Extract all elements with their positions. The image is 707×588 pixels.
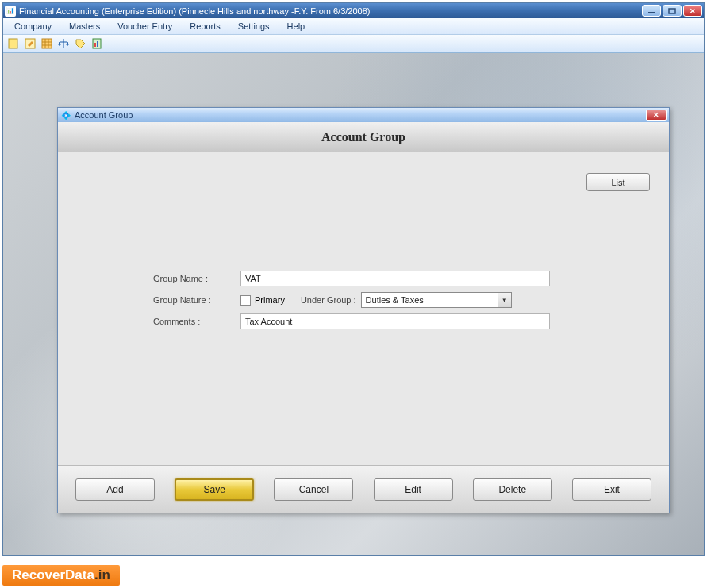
label-group-name: Group Name :: [153, 274, 240, 283]
mdi-background: 💠 Account Group ✕ Account Group List Gro…: [3, 53, 704, 555]
toolbar: [3, 34, 704, 53]
dialog-header-text: Account Group: [321, 130, 405, 144]
minimize-button[interactable]: [642, 5, 661, 17]
window-title: Financial Accounting (Enterprise Edition…: [19, 6, 642, 16]
primary-checkbox[interactable]: [240, 295, 251, 306]
close-button[interactable]: ✕: [683, 5, 702, 17]
watermark-brand: RecoverData: [12, 567, 94, 583]
dialog-header: Account Group: [58, 122, 669, 152]
dialog-footer: Add Save Cancel Edit Delete Exit: [58, 465, 669, 513]
label-group-nature: Group Nature :: [153, 295, 240, 305]
under-group-value: Duties & Taxes: [366, 295, 424, 305]
label-under-group: Under Group :: [301, 295, 356, 305]
watermark-badge: RecoverData.in: [2, 565, 120, 586]
svg-rect-1: [669, 9, 675, 13]
svg-rect-10: [94, 43, 96, 47]
svg-rect-4: [42, 39, 52, 48]
dialog-title-bar: 💠 Account Group ✕: [58, 108, 669, 122]
menu-bar: Company Masters Voucher Entry Reports Se…: [3, 18, 704, 34]
main-window: 📊 Financial Accounting (Enterprise Editi…: [2, 2, 705, 556]
add-button[interactable]: Add: [75, 478, 155, 501]
delete-button[interactable]: Delete: [473, 478, 552, 501]
edit-icon[interactable]: [23, 37, 37, 51]
balance-icon[interactable]: [56, 37, 71, 51]
exit-button[interactable]: Exit: [572, 478, 651, 501]
menu-help[interactable]: Help: [279, 20, 313, 33]
dialog-body: List Group Name : Group Nature : Primary…: [58, 152, 669, 465]
svg-rect-2: [9, 39, 17, 48]
main-title-bar: 📊 Financial Accounting (Enterprise Editi…: [3, 3, 704, 18]
menu-settings[interactable]: Settings: [230, 20, 278, 33]
chevron-down-icon: ▼: [498, 293, 511, 307]
comments-input[interactable]: [240, 313, 550, 329]
dialog-close-button[interactable]: ✕: [646, 110, 667, 121]
under-group-combo[interactable]: Duties & Taxes ▼: [361, 292, 512, 308]
tag-icon[interactable]: [73, 37, 87, 51]
menu-reports[interactable]: Reports: [182, 20, 229, 33]
label-primary: Primary: [255, 295, 285, 305]
maximize-button[interactable]: [663, 5, 682, 17]
edit-button[interactable]: Edit: [374, 478, 453, 501]
dialog-title: Account Group: [75, 110, 646, 120]
menu-masters[interactable]: Masters: [61, 20, 108, 33]
svg-rect-11: [97, 41, 98, 47]
dialog-icon: 💠: [60, 110, 71, 121]
form-area: Group Name : Group Nature : Primary Unde…: [74, 271, 653, 329]
menu-company[interactable]: Company: [6, 20, 60, 33]
app-icon: 📊: [5, 6, 16, 17]
list-button[interactable]: List: [586, 173, 650, 191]
label-comments: Comments :: [153, 317, 240, 326]
group-name-input[interactable]: [240, 271, 550, 286]
cancel-button[interactable]: Cancel: [274, 478, 353, 501]
window-controls: ✕: [642, 5, 702, 17]
menu-voucher-entry[interactable]: Voucher Entry: [110, 20, 180, 33]
new-file-icon[interactable]: [6, 37, 21, 51]
account-group-dialog: 💠 Account Group ✕ Account Group List Gro…: [57, 107, 670, 513]
grid-icon[interactable]: [40, 37, 54, 51]
watermark-tld: .in: [94, 567, 110, 583]
report-icon[interactable]: [90, 37, 104, 51]
save-button[interactable]: Save: [175, 478, 254, 501]
